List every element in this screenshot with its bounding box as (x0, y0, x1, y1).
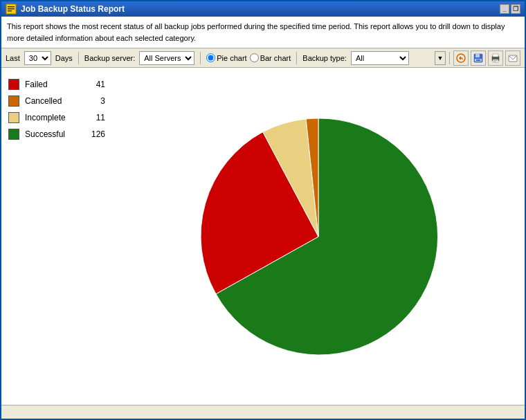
title-bar: Job Backup Status Report _ ❐ (1, 1, 525, 17)
separator-1 (78, 52, 79, 64)
svg-rect-10 (493, 54, 498, 57)
title-controls: _ ❐ (500, 4, 520, 14)
pie-chart[interactable] (187, 105, 450, 368)
legend-label-successful: Successful (25, 129, 83, 139)
restore-button[interactable]: ❐ (511, 4, 520, 14)
svg-rect-13 (493, 61, 496, 62)
legend-label-cancelled: Cancelled (25, 96, 83, 106)
svg-rect-1 (8, 6, 15, 8)
svg-rect-2 (8, 8, 15, 10)
svg-rect-12 (493, 60, 498, 61)
toolbar-action-icons: ▼ (435, 51, 520, 66)
legend-value-successful: 126 (89, 129, 105, 139)
main-window: Job Backup Status Report _ ❐ This report… (0, 0, 526, 420)
chart-legend: Failed 41 Cancelled 3 Incomplete 11 Succ… (1, 68, 112, 405)
description-panel: This report shows the most recent status… (1, 17, 525, 48)
status-bar (1, 405, 525, 419)
legend-value-incomplete: 11 (89, 113, 105, 122)
toolbar: Last 30 7 14 60 90 Days Backup server: A… (1, 48, 525, 68)
legend-value-failed: 41 (89, 80, 105, 89)
chart-type-radio-group: Pie chart Bar chart (206, 53, 291, 62)
legend-color-successful (8, 129, 19, 140)
legend-label-failed: Failed (25, 80, 83, 89)
print-button[interactable] (488, 51, 503, 66)
email-button[interactable] (505, 51, 520, 66)
separator-4 (449, 52, 450, 64)
days-select[interactable]: 30 7 14 60 90 (24, 51, 51, 65)
svg-rect-6 (475, 54, 480, 57)
window-title: Job Backup Status Report (21, 4, 125, 14)
pie-chart-label: Pie chart (217, 54, 246, 62)
bar-chart-radio-label[interactable]: Bar chart (250, 53, 291, 62)
backup-server-label: Backup server: (84, 54, 135, 62)
legend-color-incomplete (8, 112, 19, 123)
backup-type-select[interactable]: All Full Incremental (351, 51, 409, 65)
dropdown-arrow-button[interactable]: ▼ (435, 51, 446, 65)
last-label: Last (6, 54, 20, 62)
minimize-button[interactable]: _ (500, 4, 509, 14)
legend-color-failed (8, 79, 19, 90)
bar-chart-radio[interactable] (250, 53, 259, 62)
legend-value-cancelled: 3 (89, 96, 105, 106)
legend-color-cancelled (8, 95, 19, 107)
legend-item-failed[interactable]: Failed 41 (8, 79, 105, 90)
pie-chart-radio[interactable] (206, 53, 215, 62)
window-icon (6, 3, 17, 15)
bar-chart-label: Bar chart (260, 54, 291, 62)
restore-button[interactable] (453, 51, 469, 66)
svg-point-14 (497, 57, 498, 58)
svg-rect-8 (476, 60, 480, 61)
legend-label-incomplete: Incomplete (25, 113, 83, 122)
svg-rect-3 (8, 10, 12, 12)
pie-chart-radio-label[interactable]: Pie chart (206, 53, 246, 62)
separator-2 (200, 52, 201, 64)
description-text: This report shows the most recent status… (7, 22, 505, 42)
backup-type-label: Backup type: (302, 54, 347, 62)
content-area: Failed 41 Cancelled 3 Incomplete 11 Succ… (1, 68, 525, 405)
save-button[interactable] (471, 51, 486, 66)
legend-item-incomplete[interactable]: Incomplete 11 (8, 112, 105, 123)
chart-area (112, 68, 525, 405)
legend-item-cancelled[interactable]: Cancelled 3 (8, 95, 105, 107)
days-label: Days (55, 54, 73, 62)
separator-3 (296, 52, 297, 64)
legend-item-successful[interactable]: Successful 126 (8, 129, 105, 140)
backup-server-select[interactable]: All Servers (139, 51, 194, 65)
